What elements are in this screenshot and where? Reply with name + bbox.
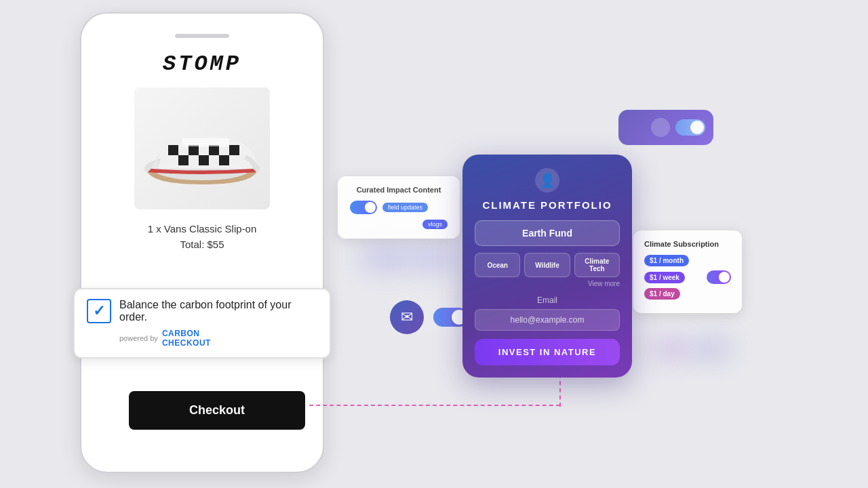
category-buttons-row: Ocean Wildlife Climate Tech bbox=[475, 253, 620, 277]
email-icon: ✉ bbox=[401, 308, 413, 326]
subscription-title: Climate Subscription bbox=[644, 240, 731, 248]
email-icon-circle: ✉ bbox=[390, 300, 424, 334]
shoe-svg bbox=[141, 101, 263, 196]
email-input[interactable] bbox=[475, 309, 620, 331]
subscription-row-1: $1 / month bbox=[644, 255, 731, 266]
store-name: STomP bbox=[163, 52, 241, 77]
svg-rect-10 bbox=[189, 155, 199, 165]
svg-rect-15 bbox=[182, 138, 229, 146]
decorative-blob-4 bbox=[692, 339, 732, 359]
subscription-row-3: $1 / day bbox=[644, 288, 731, 300]
wildlife-button[interactable]: Wildlife bbox=[524, 253, 570, 277]
decorative-blob-2 bbox=[407, 244, 461, 271]
product-total: Total: $55 bbox=[180, 239, 224, 250]
portfolio-title: CLIMATE PORTFOLIO bbox=[475, 199, 620, 211]
sub-badge-week[interactable]: $1 / week bbox=[644, 272, 685, 283]
curated-impact-card: Curated Impact Content field updates vlo… bbox=[338, 176, 460, 239]
svg-rect-8 bbox=[168, 155, 178, 165]
subscription-row-2: $1 / week bbox=[644, 270, 731, 284]
svg-rect-11 bbox=[199, 155, 209, 165]
svg-rect-5 bbox=[209, 145, 219, 155]
svg-rect-14 bbox=[229, 155, 239, 165]
phone-notch bbox=[175, 34, 229, 38]
checkout-button[interactable]: Checkout bbox=[129, 391, 305, 430]
curated-badge-vlogs: vlogs bbox=[422, 220, 448, 229]
carbon-checkout-widget: ✓ Balance the carbon footprint of your o… bbox=[73, 288, 331, 359]
portfolio-avatar: 👤 bbox=[535, 168, 559, 192]
decorative-blob-3 bbox=[651, 339, 692, 359]
climate-portfolio-card: 👤 CLIMATE PORTFOLIO Earth Fund Ocean Wil… bbox=[462, 155, 632, 378]
svg-rect-4 bbox=[199, 145, 209, 155]
carbon-main-row: ✓ Balance the carbon footprint of your o… bbox=[87, 299, 317, 323]
checkmark-icon: ✓ bbox=[93, 302, 105, 320]
curated-toggle[interactable] bbox=[350, 201, 377, 214]
curated-toggle-row: field updates bbox=[350, 201, 448, 214]
email-field-label: Email bbox=[475, 296, 620, 305]
email-toggle-row: ✉ bbox=[390, 300, 469, 334]
climate-subscription-card: Climate Subscription $1 / month $1 / wee… bbox=[633, 230, 742, 313]
curated-title: Curated Impact Content bbox=[350, 186, 448, 194]
product-name: 1 x Vans Classic Slip-on bbox=[148, 223, 257, 235]
subscription-toggle[interactable] bbox=[707, 270, 731, 284]
decorative-blob-1 bbox=[358, 244, 412, 271]
svg-rect-2 bbox=[178, 145, 189, 155]
mini-toggle-knob bbox=[365, 202, 376, 213]
svg-rect-6 bbox=[219, 145, 229, 155]
view-more-link[interactable]: View more bbox=[475, 280, 620, 287]
carbon-checkbox[interactable]: ✓ bbox=[87, 299, 111, 323]
svg-rect-12 bbox=[209, 155, 219, 165]
top-right-toggle[interactable] bbox=[675, 119, 705, 136]
svg-rect-9 bbox=[178, 155, 189, 165]
dashed-line-horizontal bbox=[309, 405, 560, 406]
curated-badge-field: field updates bbox=[382, 203, 428, 212]
sub-badge-day[interactable]: $1 / day bbox=[644, 288, 680, 300]
svg-rect-7 bbox=[229, 145, 239, 155]
climate-tech-button[interactable]: Climate Tech bbox=[574, 253, 620, 277]
carbon-checkout-logo: CARBONCHECKOUT bbox=[162, 329, 211, 348]
sub-badge-month[interactable]: $1 / month bbox=[644, 255, 689, 266]
top-right-card bbox=[618, 110, 713, 145]
powered-by-label: powered by bbox=[119, 334, 158, 342]
carbon-text: Balance the carbon footprint of your ord… bbox=[119, 299, 317, 323]
carbon-powered-row: powered by CARBONCHECKOUT bbox=[87, 329, 317, 348]
product-image bbox=[134, 87, 270, 209]
invest-button[interactable]: INVEST IN NATURE bbox=[475, 339, 620, 365]
top-right-dot bbox=[651, 118, 670, 137]
earth-fund-button[interactable]: Earth Fund bbox=[475, 220, 620, 246]
sub-toggle-knob bbox=[719, 272, 730, 283]
ocean-button[interactable]: Ocean bbox=[475, 253, 520, 277]
svg-rect-1 bbox=[168, 145, 178, 155]
svg-rect-13 bbox=[219, 155, 229, 165]
toggle-knob bbox=[690, 121, 704, 134]
svg-rect-3 bbox=[189, 145, 199, 155]
